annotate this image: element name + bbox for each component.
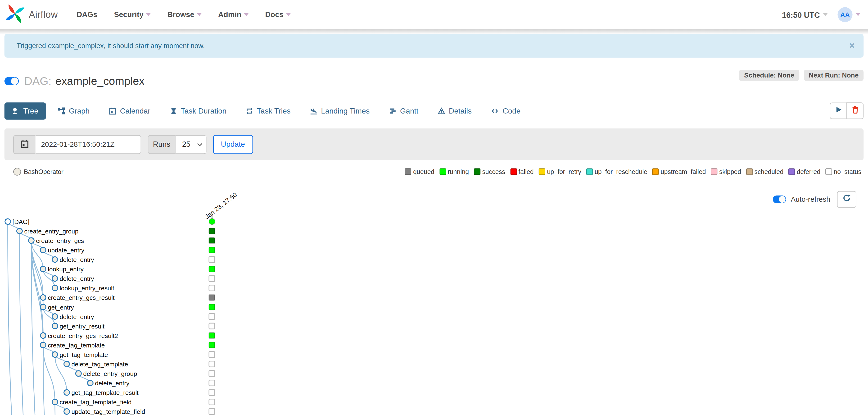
task-node-label[interactable]: create_entry_gcs	[36, 237, 84, 244]
task-status-square[interactable]	[209, 304, 215, 310]
task-node-label[interactable]: lookup_entry_result	[60, 285, 115, 292]
task-node-circle[interactable]	[52, 276, 58, 281]
tab-code[interactable]: Code	[491, 107, 521, 115]
task-status-square[interactable]	[209, 361, 215, 367]
task-node-circle[interactable]	[52, 323, 58, 329]
task-status-square[interactable]	[209, 323, 215, 329]
task-node-circle[interactable]	[5, 219, 10, 224]
task-status-square[interactable]	[209, 342, 215, 348]
task-node-circle[interactable]	[76, 371, 81, 376]
task-node-circle[interactable]	[40, 247, 46, 253]
task-status-square[interactable]	[209, 285, 215, 291]
nav-item-docs[interactable]: Docs	[265, 10, 291, 19]
brand-title: Airflow	[29, 9, 58, 20]
close-icon[interactable]: ×	[849, 41, 855, 51]
nav-item-label: Docs	[265, 10, 283, 19]
dag-header: DAG: example_complex Schedule: NoneNext …	[4, 70, 864, 92]
task-node-label[interactable]: delete_entry	[60, 256, 94, 263]
base-date-input[interactable]	[35, 135, 141, 154]
tab-tree[interactable]: Tree	[4, 102, 46, 119]
task-node-label[interactable]: create_tag_template_field	[60, 398, 132, 406]
task-node-label[interactable]: delete_tag_template	[71, 361, 128, 368]
task-node-circle[interactable]	[87, 380, 93, 386]
task-status-square[interactable]	[209, 247, 215, 253]
page-title: example_complex	[55, 75, 145, 87]
task-status-square[interactable]	[209, 352, 215, 357]
task-node-circle[interactable]	[52, 399, 58, 405]
task-status-square[interactable]	[209, 332, 215, 338]
task-node-circle[interactable]	[52, 314, 58, 319]
tab-gantt[interactable]: Gantt	[389, 107, 418, 115]
status-badge: Next Run: None	[804, 70, 864, 81]
task-node-circle[interactable]	[29, 238, 34, 243]
operator-label: BashOperator	[24, 168, 63, 175]
clock-menu[interactable]: 16:50 UTC	[782, 10, 828, 19]
tab-graph[interactable]: Graph	[58, 107, 90, 115]
task-status-square[interactable]	[209, 399, 215, 405]
task-node-circle[interactable]	[17, 228, 22, 234]
status-label: failed	[519, 168, 534, 175]
task-status-square[interactable]	[209, 295, 215, 300]
tab-calendar[interactable]: Calendar	[109, 107, 150, 115]
trigger-dag-button[interactable]	[830, 102, 846, 119]
delete-dag-button[interactable]	[846, 102, 864, 119]
tab-task-tries[interactable]: Task Tries	[246, 107, 291, 115]
task-node-label[interactable]: delete_entry	[60, 275, 94, 282]
nav-item-dags[interactable]: DAGs	[76, 10, 97, 19]
task-status-square[interactable]	[209, 314, 215, 320]
task-node-label[interactable]: update_tag_template_field	[71, 408, 145, 415]
task-node-circle[interactable]	[40, 333, 46, 338]
tree-icon	[12, 107, 19, 114]
task-node-label[interactable]: get_entry	[48, 304, 74, 311]
task-status-square[interactable]	[209, 238, 215, 244]
task-node-label[interactable]: lookup_entry	[48, 266, 84, 273]
task-status-square[interactable]	[209, 371, 215, 377]
task-node-label[interactable]: delete_entry_group	[83, 370, 137, 377]
task-node-circle[interactable]	[40, 295, 46, 300]
task-node-label[interactable]: delete_entry	[60, 313, 94, 320]
task-status-square[interactable]	[209, 390, 215, 395]
task-node-label[interactable]: get_entry_result	[60, 323, 105, 330]
task-status-square[interactable]	[209, 228, 215, 234]
task-node-label[interactable]: create_entry_gcs_result	[48, 294, 115, 301]
task-node-circle[interactable]	[52, 352, 58, 357]
nav-item-security[interactable]: Security	[114, 10, 151, 19]
task-node-circle[interactable]	[64, 390, 69, 395]
task-status-square[interactable]	[209, 257, 215, 263]
num-runs-select[interactable]: 25	[176, 135, 207, 154]
dag-pause-toggle[interactable]	[4, 77, 19, 85]
task-node-label[interactable]: get_tag_template	[60, 351, 108, 358]
nav-item-admin[interactable]: Admin	[218, 10, 249, 19]
task-node-label[interactable]: create_entry_group	[24, 228, 79, 235]
task-status-square[interactable]	[209, 409, 215, 415]
task-node-label[interactable]: create_entry_gcs_result2	[48, 332, 118, 339]
tab-details[interactable]: Details	[438, 107, 472, 115]
task-status-square[interactable]	[209, 380, 215, 386]
user-menu[interactable]: AA	[837, 7, 860, 22]
nav-item-browse[interactable]: Browse	[167, 10, 202, 19]
task-node-circle[interactable]	[64, 409, 69, 414]
task-node-circle[interactable]	[40, 266, 46, 272]
tree-link	[31, 241, 43, 269]
tree-link	[55, 355, 67, 392]
brand[interactable]: Airflow	[4, 3, 58, 26]
task-status-square[interactable]	[209, 266, 215, 272]
tab-landing-times[interactable]: Landing Times	[310, 107, 370, 115]
update-button[interactable]: Update	[213, 135, 253, 154]
task-node-label[interactable]: update_entry	[48, 247, 85, 254]
task-node-label[interactable]: create_tag_template	[48, 342, 105, 349]
tree-link	[8, 221, 20, 415]
tab-task-duration[interactable]: Task Duration	[169, 107, 226, 115]
task-node-circle[interactable]	[40, 304, 46, 310]
task-status-square[interactable]	[209, 276, 215, 281]
status-badge: Schedule: None	[739, 70, 799, 81]
task-node-circle[interactable]	[64, 361, 69, 367]
task-node-circle[interactable]	[40, 342, 46, 348]
task-node-circle[interactable]	[52, 257, 58, 262]
task-node-circle[interactable]	[52, 285, 58, 291]
task-node-label[interactable]: delete_entry	[95, 380, 130, 387]
dagrun-status-circle[interactable]	[209, 218, 215, 225]
task-node-label[interactable]: [DAG]	[12, 218, 30, 226]
task-node-label[interactable]: get_tag_template_result	[71, 389, 138, 396]
bash-operator-swatch	[13, 168, 21, 176]
